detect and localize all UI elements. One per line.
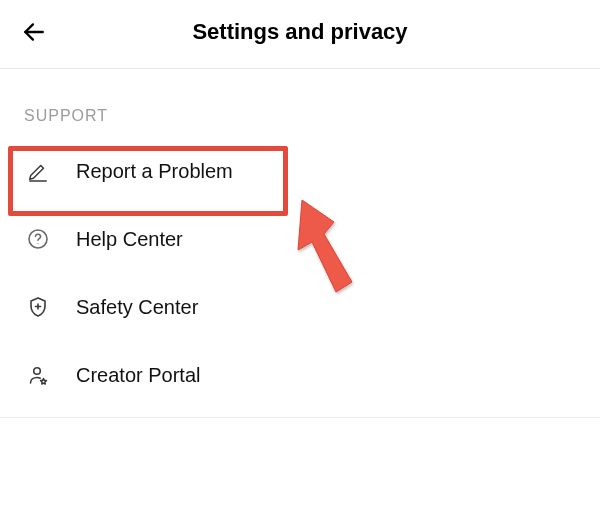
svg-point-3 <box>37 243 38 244</box>
user-star-icon <box>24 361 52 389</box>
item-safety-center[interactable]: Safety Center <box>0 273 600 341</box>
item-report-a-problem[interactable]: Report a Problem <box>0 137 600 205</box>
svg-point-6 <box>34 368 41 375</box>
header-bar: Settings and privacy <box>0 0 600 69</box>
help-icon <box>24 225 52 253</box>
item-creator-portal[interactable]: Creator Portal <box>0 341 600 409</box>
item-help-center[interactable]: Help Center <box>0 205 600 273</box>
page-title: Settings and privacy <box>20 19 580 45</box>
pencil-icon <box>24 157 52 185</box>
item-label: Creator Portal <box>76 364 201 387</box>
item-label: Help Center <box>76 228 183 251</box>
item-label: Safety Center <box>76 296 198 319</box>
divider <box>0 417 600 418</box>
shield-plus-icon <box>24 293 52 321</box>
item-label: Report a Problem <box>76 160 233 183</box>
section-header-support: SUPPORT <box>0 69 600 137</box>
